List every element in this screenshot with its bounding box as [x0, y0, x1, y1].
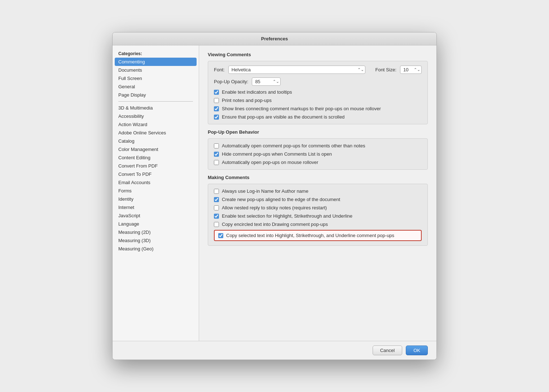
font-select-wrapper: Helvetica ⌃⌄ — [228, 66, 365, 74]
show-lines-connecting-label: Show lines connecting comment markups to… — [222, 106, 381, 111]
cancel-button[interactable]: Cancel — [373, 346, 402, 355]
create-new-popups-aligned-label: Create new pop-ups aligned to the edge o… — [222, 197, 340, 202]
print-notes-popups-row: Print notes and pop-ups — [214, 98, 422, 103]
opacity-row: Pop-Up Opacity: 85 ⌃⌄ — [214, 77, 422, 86]
copy-encircled-text-row: Copy encircled text into Drawing comment… — [214, 222, 422, 227]
popup-behavior-title: Pop-Up Open Behavior — [208, 129, 428, 135]
auto-open-comment-popups-checkbox[interactable] — [214, 143, 219, 148]
hide-comment-popups-checkbox[interactable] — [214, 152, 219, 157]
auto-open-popups-rollover-label: Automatically open pop-ups on mouse roll… — [222, 160, 318, 165]
always-use-login-name-row: Always use Log-in Name for Author name — [214, 188, 422, 194]
sidebar-item-convert-to-pdf[interactable]: Convert To PDF — [113, 170, 199, 178]
enable-text-indicators-row: Enable text indicators and tooltips — [214, 89, 422, 95]
copy-selected-text-checkbox[interactable] — [218, 233, 223, 238]
ok-button[interactable]: OK — [406, 346, 428, 355]
making-checkboxes: Always use Log-in Name for Author nameCr… — [214, 188, 422, 227]
print-notes-popups-label: Print notes and pop-ups — [222, 98, 272, 103]
viewing-checkboxes: Enable text indicators and tooltipsPrint… — [214, 89, 422, 120]
allow-nested-reply-checkbox[interactable] — [214, 205, 219, 210]
sidebar-top-group: CommentingDocumentsFull ScreenGeneralPag… — [113, 58, 199, 99]
dialog-body: Categories: CommentingDocumentsFull Scre… — [113, 45, 436, 341]
show-lines-connecting-row: Show lines connecting comment markups to… — [214, 106, 422, 111]
dialog-title: Preferences — [261, 36, 288, 41]
ensure-popups-visible-checkbox[interactable] — [214, 115, 219, 120]
auto-open-popups-rollover-checkbox[interactable] — [214, 160, 219, 165]
font-label: Font: — [214, 67, 225, 72]
title-bar: Preferences — [113, 32, 436, 45]
making-comments-box: Always use Log-in Name for Author nameCr… — [208, 184, 428, 246]
viewing-comments-title: Viewing Comments — [208, 52, 428, 57]
sidebar-item-email-accounts[interactable]: Email Accounts — [113, 178, 199, 187]
allow-nested-reply-label: Allow nested reply to sticky notes (requ… — [222, 205, 327, 210]
sidebar-item-measuring-geo[interactable]: Measuring (Geo) — [113, 245, 199, 253]
sidebar-item-general[interactable]: General — [113, 83, 199, 91]
show-lines-connecting-checkbox[interactable] — [214, 106, 219, 111]
create-new-popups-aligned-row: Create new pop-ups aligned to the edge o… — [214, 197, 422, 202]
sidebar-item-documents[interactable]: Documents — [113, 66, 199, 74]
viewing-comments-box: Font: Helvetica ⌃⌄ Font Size: 10 — [208, 61, 428, 124]
making-comments-title: Making Comments — [208, 175, 428, 180]
sidebar-item-internet[interactable]: Internet — [113, 203, 199, 211]
highlighted-checkbox-row: Copy selected text into Highlight, Strik… — [214, 230, 422, 241]
opacity-select[interactable]: 85 — [252, 77, 281, 86]
copy-encircled-text-checkbox[interactable] — [214, 222, 219, 227]
sidebar-item-measuring-3d[interactable]: Measuring (3D) — [113, 236, 199, 245]
sidebar-item-language[interactable]: Language — [113, 220, 199, 228]
copy-selected-text-label: Copy selected text into Highlight, Strik… — [226, 233, 394, 238]
auto-open-comment-popups-row: Automatically open comment pop-ups for c… — [214, 143, 422, 148]
opacity-label: Pop-Up Opacity: — [214, 79, 248, 84]
sidebar-item-forms[interactable]: Forms — [113, 187, 199, 195]
sidebar-item-javascript[interactable]: JavaScript — [113, 211, 199, 220]
popup-checkboxes: Automatically open comment pop-ups for c… — [214, 143, 422, 165]
ensure-popups-visible-row: Ensure that pop-ups are visible as the d… — [214, 114, 422, 120]
font-size-group: Font Size: 10 ⌃⌄ — [375, 66, 422, 74]
hide-comment-popups-row: Hide comment pop-ups when Comments List … — [214, 151, 422, 157]
copy-encircled-text-label: Copy encircled text into Drawing comment… — [222, 222, 328, 227]
opacity-select-wrapper: 85 ⌃⌄ — [252, 77, 281, 86]
sidebar-item-color-management[interactable]: Color Management — [113, 145, 199, 153]
sidebar-item-identity[interactable]: Identity — [113, 195, 199, 203]
enable-text-selection-row: Enable text selection for Highlight, Str… — [214, 213, 422, 219]
popup-behavior-box: Automatically open comment pop-ups for c… — [208, 138, 428, 170]
sidebar-item-commenting[interactable]: Commenting — [115, 58, 197, 66]
dialog-footer: Cancel OK — [113, 341, 436, 360]
font-size-select-wrapper: 10 ⌃⌄ — [400, 66, 422, 74]
always-use-login-name-checkbox[interactable] — [214, 189, 219, 194]
font-size-label: Font Size: — [375, 67, 396, 72]
create-new-popups-aligned-checkbox[interactable] — [214, 197, 219, 202]
sidebar-item-measuring-2d[interactable]: Measuring (2D) — [113, 228, 199, 236]
sidebar-bottom-group: 3D & MultimediaAccessibilityAction Wizar… — [113, 104, 199, 253]
sidebar-divider — [118, 101, 193, 102]
print-notes-popups-checkbox[interactable] — [214, 98, 219, 103]
allow-nested-reply-row: Allow nested reply to sticky notes (requ… — [214, 205, 422, 210]
sidebar-item-accessibility[interactable]: Accessibility — [113, 112, 199, 120]
enable-text-indicators-label: Enable text indicators and tooltips — [222, 89, 292, 95]
categories-label: Categories: — [113, 49, 199, 58]
font-row: Font: Helvetica ⌃⌄ Font Size: 10 — [214, 66, 422, 74]
ensure-popups-visible-label: Ensure that pop-ups are visible as the d… — [222, 114, 344, 120]
enable-text-indicators-checkbox[interactable] — [214, 90, 219, 95]
sidebar-item-3d-multimedia[interactable]: 3D & Multimedia — [113, 104, 199, 112]
sidebar: Categories: CommentingDocumentsFull Scre… — [113, 45, 199, 341]
sidebar-item-full-screen[interactable]: Full Screen — [113, 74, 199, 83]
sidebar-item-content-editing[interactable]: Content Editing — [113, 153, 199, 162]
always-use-login-name-label: Always use Log-in Name for Author name — [222, 188, 308, 194]
hide-comment-popups-label: Hide comment pop-ups when Comments List … — [222, 151, 332, 157]
main-content: Viewing Comments Font: Helvetica ⌃⌄ Font… — [199, 45, 436, 341]
auto-open-popups-rollover-row: Automatically open pop-ups on mouse roll… — [214, 160, 422, 165]
preferences-dialog: Preferences Categories: CommentingDocume… — [112, 32, 437, 360]
auto-open-comment-popups-label: Automatically open comment pop-ups for c… — [222, 143, 365, 148]
sidebar-item-catalog[interactable]: Catalog — [113, 137, 199, 145]
sidebar-item-action-wizard[interactable]: Action Wizard — [113, 120, 199, 129]
font-size-select[interactable]: 10 — [400, 66, 422, 74]
sidebar-item-page-display[interactable]: Page Display — [113, 91, 199, 99]
sidebar-item-convert-from-pdf[interactable]: Convert From PDF — [113, 162, 199, 170]
font-select[interactable]: Helvetica — [228, 66, 365, 74]
enable-text-selection-checkbox[interactable] — [214, 214, 219, 219]
sidebar-item-adobe-online-services[interactable]: Adobe Online Services — [113, 129, 199, 137]
enable-text-selection-label: Enable text selection for Highlight, Str… — [222, 213, 352, 219]
